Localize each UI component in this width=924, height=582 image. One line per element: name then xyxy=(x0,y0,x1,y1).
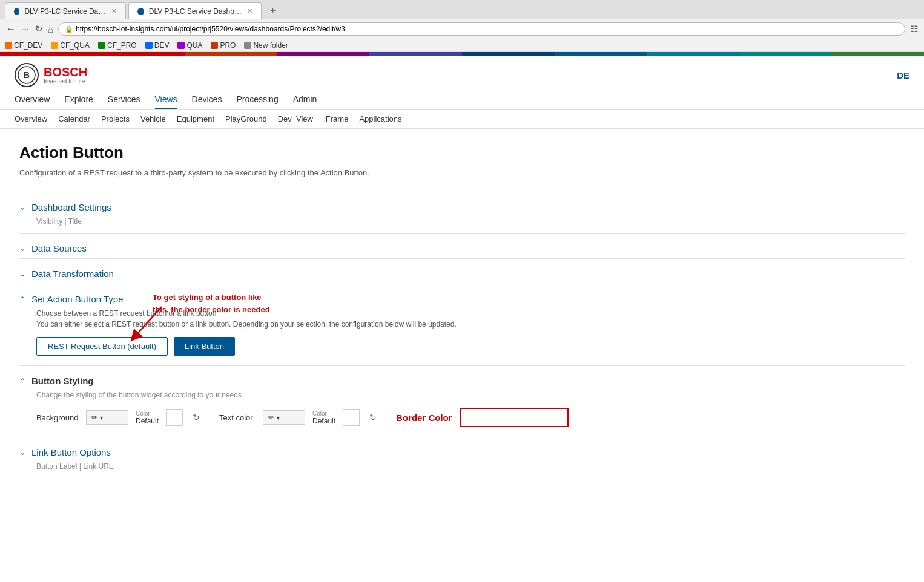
text-color-info: Color Default xyxy=(312,410,335,425)
tab-1-favicon xyxy=(14,8,19,15)
chevron-down-icon-3: ⌄ xyxy=(19,270,25,278)
tab-2-close[interactable]: ✕ xyxy=(247,7,252,15)
subnav-projects[interactable]: Projects xyxy=(101,114,130,123)
dashboard-settings-title: Dashboard Settings xyxy=(31,202,111,212)
page-description: Configuration of a REST request to a thi… xyxy=(19,168,905,177)
bookmark-pro[interactable]: PRO xyxy=(211,41,236,50)
nav-services[interactable]: Services xyxy=(108,94,140,109)
tab-2-favicon xyxy=(137,8,144,15)
set-action-desc2: You can either select a REST request but… xyxy=(19,320,905,337)
subnav-playground[interactable]: PlayGround xyxy=(225,114,267,123)
dashboard-settings-toggle[interactable]: ⌄ Dashboard Settings xyxy=(19,192,905,217)
sub-nav: Overview Calendar Projects Vehicle Equip… xyxy=(0,110,924,129)
user-badge[interactable]: DE xyxy=(897,70,909,80)
action-button-group: To get styling of a button like this, th… xyxy=(19,337,905,365)
nav-explore[interactable]: Explore xyxy=(64,94,93,109)
dashboard-settings-section: ⌄ Dashboard Settings Visibility | Title xyxy=(19,192,905,233)
subnav-iframe[interactable]: iFrame xyxy=(324,114,348,123)
text-color-selector[interactable]: ✏ ▾ xyxy=(263,410,305,425)
data-transformation-section: ⌄ Data Transformation xyxy=(19,258,905,284)
set-action-desc1: Choose between a REST request button or … xyxy=(19,309,905,320)
data-transformation-title: Data Transformation xyxy=(31,269,114,279)
tab-1[interactable]: DLV P3-LC Service Dashboard - ✕ xyxy=(5,2,126,19)
logo-tagline: Invented for life xyxy=(44,78,87,85)
back-button[interactable]: ← xyxy=(6,24,16,34)
border-color-label: Border Color xyxy=(396,413,452,423)
nav-devices[interactable]: Devices xyxy=(192,94,222,109)
button-styling-title: Button Styling xyxy=(31,376,93,386)
set-action-title: Set Action Button Type xyxy=(31,294,124,304)
link-button-options-title: Link Button Options xyxy=(31,447,111,457)
button-styling-desc: Change the styling of the button widget … xyxy=(19,391,905,408)
set-action-toggle[interactable]: ⌃ Set Action Button Type xyxy=(19,284,905,309)
link-button[interactable]: Link Button xyxy=(174,337,235,356)
pencil-icon: ✏ xyxy=(91,413,97,422)
nav-views[interactable]: Views xyxy=(155,94,177,109)
bookmark-cf-dev[interactable]: CF_DEV xyxy=(5,41,42,50)
refresh-button[interactable]: ↻ xyxy=(35,24,43,34)
subnav-equipment[interactable]: Equipment xyxy=(177,114,214,123)
text-color-value: Default xyxy=(312,417,335,425)
bookmark-dev[interactable]: DEV xyxy=(145,41,170,50)
tab-1-close[interactable]: ✕ xyxy=(111,7,117,15)
subnav-devview[interactable]: Dev_View xyxy=(278,114,313,123)
subnav-applications[interactable]: Applications xyxy=(359,114,401,123)
subnav-calendar[interactable]: Calendar xyxy=(58,114,90,123)
subnav-vehicle[interactable]: Vehicle xyxy=(140,114,166,123)
background-reset-button[interactable]: ↻ xyxy=(190,413,202,422)
lock-icon: 🔒 xyxy=(65,25,73,33)
tab-1-label: DLV P3-LC Service Dashboard - xyxy=(24,7,107,16)
set-action-section: ⌃ Set Action Button Type Choose between … xyxy=(19,284,905,365)
page-title: Action Button xyxy=(19,143,905,162)
chevron-down-icon-2: ⌄ xyxy=(19,244,25,253)
background-color-info: Color Default xyxy=(136,410,159,425)
background-color-selector[interactable]: ✏ ▾ xyxy=(86,410,128,425)
rest-request-button[interactable]: REST Request Button (default) xyxy=(36,337,168,356)
data-sources-title: Data Sources xyxy=(31,243,87,253)
user-menu-button[interactable]: ☷ xyxy=(910,24,918,34)
background-color-swatch[interactable] xyxy=(166,409,183,426)
bookmark-qua[interactable]: QUA xyxy=(177,41,202,50)
new-tab-button[interactable]: + xyxy=(264,2,282,19)
text-color-label-small: Color xyxy=(312,410,335,417)
bookmark-new-folder[interactable]: New folder xyxy=(244,41,288,50)
main-nav: Overview Explore Services Views Devices … xyxy=(15,94,909,109)
link-button-options-toggle[interactable]: ⌄ Link Button Options xyxy=(19,437,905,462)
chevron-down-icon: ⌄ xyxy=(19,203,25,212)
bosch-logo-icon: B xyxy=(15,63,39,87)
subnav-overview[interactable]: Overview xyxy=(15,114,47,123)
svg-text:B: B xyxy=(24,70,30,80)
data-sources-toggle[interactable]: ⌄ Data Sources xyxy=(19,234,905,258)
button-styling-section: ⌃ Button Styling Change the styling of t… xyxy=(19,365,905,437)
forward-button[interactable]: → xyxy=(21,24,30,34)
button-styling-toggle[interactable]: ⌃ Button Styling xyxy=(19,366,905,391)
data-transformation-toggle[interactable]: ⌄ Data Transformation xyxy=(19,259,905,284)
bookmark-cf-pro[interactable]: CF_PRO xyxy=(98,41,137,50)
tab-2[interactable]: DLV P3-LC Service Dashboard - ✕ xyxy=(128,2,262,19)
nav-overview[interactable]: Overview xyxy=(15,94,50,109)
text-color-reset-button[interactable]: ↻ xyxy=(367,413,379,422)
home-button[interactable]: ⌂ xyxy=(48,24,53,34)
dashboard-settings-subtitle: Visibility | Title xyxy=(19,217,905,233)
link-button-subtitle: Button Label | Link URL xyxy=(19,462,905,478)
link-button-options-section: ⌄ Link Button Options Button Label | Lin… xyxy=(19,437,905,478)
text-color-swatch[interactable] xyxy=(343,409,360,426)
chevron-up-icon-2: ⌃ xyxy=(19,377,25,385)
chevron-small-icon: ▾ xyxy=(100,414,103,421)
chevron-small-icon-2: ▾ xyxy=(277,414,280,421)
background-color-label-small: Color xyxy=(136,410,159,417)
styling-row: Background ✏ ▾ Color Default ↻ Text colo… xyxy=(19,408,905,437)
border-color-input[interactable] xyxy=(460,408,569,427)
background-label: Background xyxy=(36,413,79,422)
address-bar[interactable] xyxy=(76,25,899,33)
logo-brand: BOSCH xyxy=(44,66,87,78)
nav-admin[interactable]: Admin xyxy=(293,94,317,109)
chevron-up-icon: ⌃ xyxy=(19,295,25,304)
tab-2-label: DLV P3-LC Service Dashboard - xyxy=(149,7,242,16)
background-color-value: Default xyxy=(136,417,159,425)
data-sources-section: ⌄ Data Sources xyxy=(19,233,905,258)
nav-processing[interactable]: Processing xyxy=(236,94,278,109)
bookmark-cf-qua[interactable]: CF_QUA xyxy=(51,41,90,50)
bosch-logo: B BOSCH Invented for life xyxy=(15,63,87,87)
color-bar xyxy=(0,52,924,56)
